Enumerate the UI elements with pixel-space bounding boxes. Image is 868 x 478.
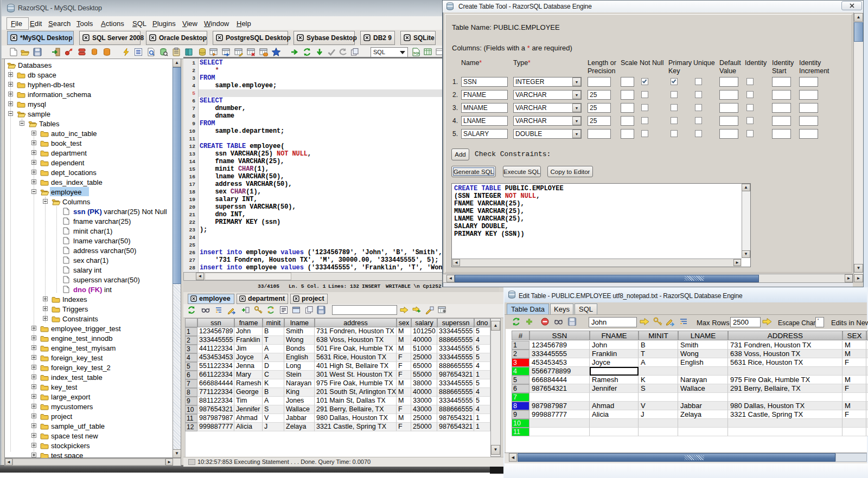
svg-text:SQL: SQL [413,51,420,55]
